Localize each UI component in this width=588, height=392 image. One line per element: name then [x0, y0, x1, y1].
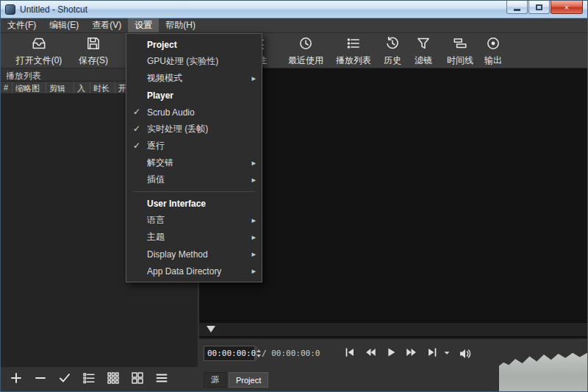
skip-to-end-button[interactable] — [423, 346, 441, 362]
fast-forward-button[interactable] — [403, 346, 420, 362]
tab-源[interactable]: 源 — [204, 372, 226, 388]
add-button[interactable] — [7, 371, 25, 388]
current-position[interactable]: 00:00:00:0 — [204, 349, 256, 358]
rewind-icon — [364, 346, 377, 362]
toolbar-button-label: 最近使用 — [288, 54, 323, 67]
toolbar-button-playlist[interactable]: 播放列表 — [331, 35, 376, 67]
toolbar-button-export[interactable]: 输出 — [478, 35, 508, 67]
column-header-2[interactable]: 剪辑 — [46, 82, 74, 93]
settings-menu-item-12[interactable]: 主题▸ — [126, 229, 262, 246]
menubar-item-0[interactable]: 文件(F) — [1, 18, 43, 32]
settings-menu-item-5[interactable]: ✓实时处理 (丢帧) — [126, 121, 262, 138]
maximize-button[interactable] — [528, 1, 550, 14]
rewind-button[interactable] — [362, 346, 379, 362]
playlist-icon — [345, 35, 362, 54]
duration-value: 00:00:00:0 — [271, 349, 320, 358]
view-tiles-button[interactable] — [129, 371, 146, 388]
toolbar-button-label: 打开文件(0) — [16, 54, 62, 67]
view-details-icon — [82, 371, 96, 388]
menubar-item-3[interactable]: 设置 — [128, 18, 159, 32]
timeline-icon — [452, 35, 468, 54]
toolbar-button-label: 输出 — [484, 54, 502, 67]
shotcut-window: Untitled - Shotcut × 文件(F)编辑(E)查看(V)设置帮助… — [0, 0, 588, 392]
check-icon: ✓ — [133, 107, 140, 117]
toolbar-button-history[interactable]: 历史 — [378, 35, 407, 67]
menu-item-label: 视频模式 — [147, 72, 182, 85]
settings-menu-item-2[interactable]: 视频模式▸ — [126, 70, 262, 87]
toolbar-button-open-file[interactable]: 打开文件(0) — [7, 35, 71, 67]
menu-icon — [154, 371, 169, 388]
remove-button[interactable] — [32, 371, 49, 388]
window-controls: × — [506, 1, 583, 14]
window-title: Untitled - Shotcut — [20, 4, 87, 15]
play-icon — [384, 346, 398, 362]
settings-menu-item-10: User Interface — [126, 195, 262, 212]
column-header-0[interactable]: # — [1, 82, 12, 93]
app-icon — [5, 4, 15, 15]
toolbar-button-timeline[interactable]: 时间线 — [440, 35, 480, 67]
toolbar-button-save[interactable]: 保存(S) — [71, 35, 115, 67]
settings-menu-item-4[interactable]: ✓Scrub Audio — [126, 104, 262, 121]
menubar-item-2[interactable]: 查看(V) — [85, 18, 128, 32]
close-button[interactable]: × — [551, 1, 583, 14]
submenu-arrow-icon: ▸ — [251, 232, 256, 242]
titlebar: Untitled - Shotcut × — [1, 1, 587, 18]
settings-menu-item-14[interactable]: App Data Directory▸ — [126, 263, 262, 279]
update-button[interactable] — [56, 371, 74, 388]
submenu-arrow-icon: ▸ — [251, 266, 256, 276]
menu-item-label: User Interface — [147, 199, 206, 209]
timecode-spinbox[interactable]: 00:00:00:0 — [204, 346, 255, 361]
menu-item-label: 主题 — [147, 231, 165, 243]
transport-controls — [341, 346, 441, 362]
settings-menu-item-0: Project — [126, 36, 262, 53]
settings-menu-item-13[interactable]: Display Method▸ — [126, 246, 262, 263]
spin-up-icon[interactable] — [257, 349, 261, 352]
view-tiles-icon — [130, 371, 145, 388]
view-icons-button[interactable] — [104, 371, 122, 388]
settings-menu-item-1[interactable]: GPU处理 (实验性) — [126, 53, 262, 70]
view-icons-icon — [106, 371, 121, 388]
player-options-dropdown[interactable] — [442, 348, 452, 361]
minimize-button[interactable] — [506, 1, 528, 14]
close-icon: × — [564, 3, 569, 12]
main-toolbar: 打开文件(0)保存(S)属性最近使用播放列表历史滤镜时间线输出 — [1, 33, 587, 68]
menu-item-label: Player — [147, 90, 173, 101]
toolbar-button-label: 时间线 — [447, 54, 473, 67]
history-icon — [384, 35, 401, 54]
menubar-item-4[interactable]: 帮助(H) — [159, 18, 202, 32]
skip-end-icon — [426, 346, 439, 362]
timecode-spinner[interactable] — [256, 346, 261, 360]
minimize-icon — [514, 9, 520, 11]
toolbar-button-recent[interactable]: 最近使用 — [283, 35, 329, 67]
scrubber-bar[interactable] — [199, 322, 587, 337]
check-icon — [57, 371, 72, 388]
submenu-arrow-icon: ▸ — [251, 74, 256, 83]
menubar-item-1[interactable]: 编辑(E) — [43, 18, 85, 32]
menu-item-label: 语言 — [147, 214, 165, 227]
settings-menu-item-8[interactable]: 插值▸ — [126, 171, 262, 188]
skip-to-start-button[interactable] — [341, 346, 359, 362]
toolbar-button-label: 历史 — [384, 54, 401, 67]
submenu-arrow-icon: ▸ — [251, 175, 256, 185]
volume-button[interactable] — [458, 346, 473, 364]
view-details-button[interactable] — [80, 371, 98, 388]
column-header-4[interactable]: 时长 — [90, 82, 115, 93]
settings-menu-item-6[interactable]: ✓逐行 — [126, 138, 262, 154]
check-icon: ✓ — [133, 140, 140, 151]
menu-item-label: Display Method — [147, 249, 208, 260]
spin-down-icon[interactable] — [257, 354, 261, 357]
playlist-menu-button[interactable] — [153, 371, 171, 388]
tab-project[interactable]: Project — [229, 372, 268, 388]
play-button[interactable] — [382, 346, 400, 362]
recent-icon — [298, 35, 314, 54]
toolbar-button-filters[interactable]: 滤镜 — [409, 35, 438, 67]
menu-item-label: Scrub Audio — [147, 107, 195, 118]
toolbar-button-label: 播放列表 — [336, 54, 371, 67]
settings-menu-item-11[interactable]: 语言▸ — [126, 212, 262, 229]
check-icon: ✓ — [133, 124, 140, 134]
column-header-3[interactable]: 入 — [74, 82, 90, 93]
playhead-icon[interactable] — [207, 326, 215, 332]
settings-menu-item-7[interactable]: 解交错▸ — [126, 154, 262, 171]
menu-item-label: 解交错 — [147, 157, 173, 169]
column-header-1[interactable]: 缩略图 — [12, 82, 46, 93]
